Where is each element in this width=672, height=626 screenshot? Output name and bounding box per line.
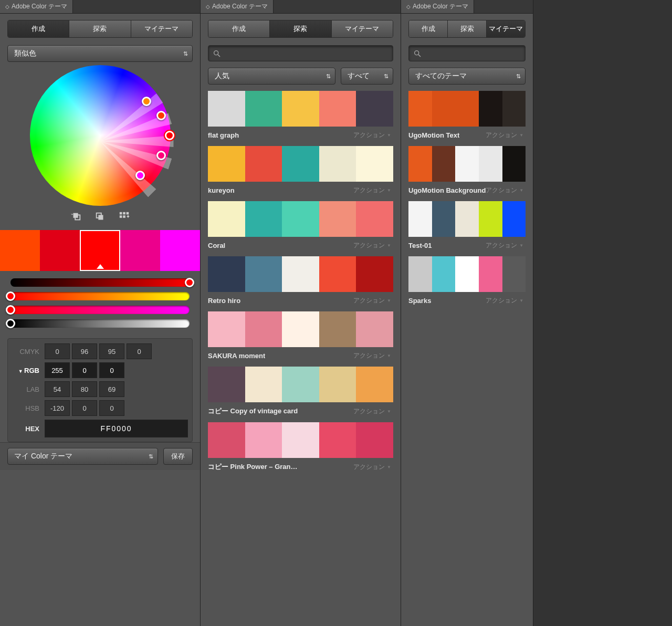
mode-row-cmyk[interactable]: CMYK 096950 bbox=[12, 342, 188, 361]
mode-label: CMYK bbox=[12, 348, 45, 356]
theme-meta: Test-01アクション bbox=[408, 237, 526, 254]
swatch[interactable] bbox=[40, 230, 80, 271]
theme-action-menu[interactable]: アクション bbox=[486, 241, 523, 250]
wheel-puck[interactable] bbox=[135, 171, 145, 180]
theme-action-menu[interactable]: アクション bbox=[486, 186, 523, 195]
color-slider[interactable] bbox=[10, 292, 190, 300]
tab-mythemes[interactable]: マイテーマ bbox=[487, 20, 525, 37]
tab-create[interactable]: 作成 bbox=[8, 20, 69, 37]
wheel-puck[interactable] bbox=[156, 111, 166, 120]
swatch[interactable] bbox=[120, 230, 160, 271]
panel-body: 作成 探索 マイテーマ 人気 すべて flat graphアクションkureyo… bbox=[201, 14, 401, 626]
theme-item[interactable]: flat graphアクション bbox=[208, 91, 393, 144]
theme-meta: UgoMotion Backgroundアクション bbox=[408, 182, 526, 199]
swatch[interactable] bbox=[0, 230, 40, 271]
theme-item[interactable]: Sparksアクション bbox=[408, 256, 526, 309]
mode-row-hsb[interactable]: HSB -12000 bbox=[12, 399, 188, 418]
theme-item[interactable]: UgoMotion Backgroundアクション bbox=[408, 146, 526, 199]
mode-value-cell[interactable]: 80 bbox=[72, 381, 97, 397]
tab-bar: ◇ Adobe Color テーマ bbox=[401, 0, 533, 14]
search-field[interactable] bbox=[208, 45, 393, 61]
my-themes-select[interactable]: マイ Color テーマ bbox=[7, 448, 158, 465]
tab-bar: ◇ Adobe Color テーマ bbox=[201, 0, 401, 14]
harmony-select[interactable]: 類似色 bbox=[7, 45, 193, 62]
theme-action-menu[interactable]: アクション bbox=[353, 351, 391, 360]
theme-item[interactable]: SAKURA momentアクション bbox=[208, 311, 393, 364]
mode-value-cell[interactable]: 0 bbox=[99, 362, 124, 378]
theme-action-menu[interactable]: アクション bbox=[486, 296, 523, 305]
filter-select[interactable]: すべて bbox=[341, 68, 393, 85]
mythemes-filter-select[interactable]: すべてのテーマ bbox=[408, 68, 526, 85]
mode-row-lab[interactable]: LAB 548069 bbox=[12, 380, 188, 399]
color-slider[interactable] bbox=[10, 319, 190, 328]
hex-value[interactable]: FF0000 bbox=[45, 420, 188, 437]
wheel-puck[interactable] bbox=[142, 97, 151, 106]
mode-row-hex[interactable]: HEX FF0000 bbox=[12, 420, 188, 437]
tab-mythemes[interactable]: マイテーマ bbox=[332, 20, 393, 37]
theme-color bbox=[245, 256, 282, 292]
mode-value-cell[interactable]: 54 bbox=[45, 381, 70, 397]
color-wheel[interactable] bbox=[30, 65, 171, 206]
theme-color bbox=[479, 146, 502, 182]
theme-action-menu[interactable]: アクション bbox=[353, 131, 391, 140]
theme-item[interactable]: Retro hiroアクション bbox=[208, 256, 393, 309]
panel-tab[interactable]: ◇ Adobe Color テーマ bbox=[201, 0, 274, 13]
svg-line-10 bbox=[218, 55, 220, 57]
mode-value-cell[interactable]: 0 bbox=[72, 400, 97, 416]
theme-action-menu[interactable]: アクション bbox=[353, 407, 391, 416]
theme-color bbox=[319, 91, 356, 127]
panel-tab[interactable]: ◇ Adobe Color テーマ bbox=[401, 0, 474, 13]
theme-item[interactable]: kureyonアクション bbox=[208, 146, 393, 199]
theme-item[interactable]: コピー Copy of vintage cardアクション bbox=[208, 367, 393, 420]
wheel-puck[interactable] bbox=[165, 131, 174, 140]
theme-action-menu[interactable]: アクション bbox=[353, 296, 391, 305]
color-slider[interactable] bbox=[10, 278, 190, 287]
add-to-swatches-icon[interactable] bbox=[118, 211, 131, 223]
mode-value-cell[interactable]: 95 bbox=[99, 343, 124, 359]
swatch[interactable] bbox=[80, 230, 120, 271]
color-sliders bbox=[7, 278, 193, 338]
swatch[interactable] bbox=[160, 230, 200, 271]
mode-value-cell[interactable]: 0 bbox=[127, 343, 152, 359]
panel-title: Adobe Color テーマ bbox=[12, 2, 67, 11]
tab-explore[interactable]: 探索 bbox=[270, 20, 331, 37]
mode-value-cell[interactable]: 255 bbox=[45, 362, 70, 378]
theme-action-menu[interactable]: アクション bbox=[353, 463, 391, 472]
search-icon bbox=[213, 49, 221, 58]
theme-item[interactable]: Test-01アクション bbox=[408, 201, 526, 254]
tab-explore[interactable]: 探索 bbox=[69, 20, 131, 37]
theme-action-menu[interactable]: アクション bbox=[353, 241, 391, 250]
mode-value-cell[interactable]: 0 bbox=[72, 362, 97, 378]
slider-thumb[interactable] bbox=[6, 305, 15, 315]
tab-explore[interactable]: 探索 bbox=[448, 20, 487, 37]
theme-item[interactable]: UgoMotion Textアクション bbox=[408, 91, 526, 144]
tab-mythemes[interactable]: マイテーマ bbox=[131, 20, 192, 37]
mode-value-cell[interactable]: 0 bbox=[45, 343, 70, 359]
search-input[interactable] bbox=[422, 48, 521, 59]
mode-row-rgb[interactable]: RGB 25500 bbox=[12, 361, 188, 380]
theme-item[interactable]: Coralアクション bbox=[208, 201, 393, 254]
slider-thumb[interactable] bbox=[6, 291, 15, 301]
theme-action-menu[interactable]: アクション bbox=[353, 186, 391, 195]
slider-thumb[interactable] bbox=[185, 278, 194, 287]
panel-tab[interactable]: ◇ Adobe Color テーマ bbox=[0, 0, 73, 13]
mode-value-cell[interactable]: 96 bbox=[72, 343, 97, 359]
sort-select[interactable]: 人気 bbox=[208, 68, 335, 85]
tab-create[interactable]: 作成 bbox=[208, 20, 270, 37]
mode-value-cell[interactable]: 0 bbox=[99, 400, 124, 416]
mode-value-cell[interactable]: -120 bbox=[45, 400, 70, 416]
sort-icon: ◇ bbox=[206, 4, 210, 9]
theme-action-menu[interactable]: アクション bbox=[486, 131, 523, 140]
wheel-puck[interactable] bbox=[156, 151, 166, 160]
tab-create[interactable]: 作成 bbox=[409, 20, 448, 37]
theme-swatches bbox=[208, 201, 393, 237]
color-slider[interactable] bbox=[10, 306, 190, 314]
search-field[interactable] bbox=[408, 45, 526, 61]
save-button[interactable]: 保存 bbox=[163, 448, 193, 465]
search-input[interactable] bbox=[221, 48, 388, 59]
theme-item[interactable]: コピー Pink Power – Gran…アクション bbox=[208, 422, 393, 476]
slider-thumb[interactable] bbox=[6, 319, 15, 328]
set-foreground-icon[interactable] bbox=[70, 211, 82, 223]
mode-value-cell[interactable]: 69 bbox=[99, 381, 124, 397]
set-background-icon[interactable] bbox=[94, 211, 107, 223]
